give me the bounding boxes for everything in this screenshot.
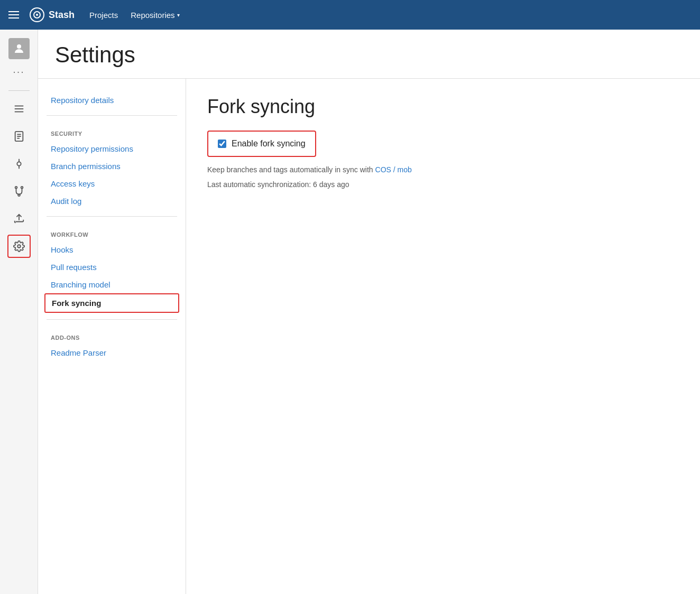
main-area: Settings Repository details SECURITY Rep… [38, 30, 700, 594]
left-sidebar: ··· [0, 30, 38, 594]
avatar[interactable] [8, 38, 30, 59]
sidebar-icon-list[interactable] [7, 97, 31, 120]
nav-fork-syncing[interactable]: Fork syncing [44, 293, 179, 313]
settings-sidebar: Repository details SECURITY Repository p… [38, 79, 186, 594]
nav-audit-log[interactable]: Audit log [38, 192, 186, 210]
nav-branch-permissions[interactable]: Branch permissions [38, 157, 186, 175]
sidebar-icon-settings[interactable] [7, 235, 31, 258]
divider-1 [47, 115, 177, 116]
fork-syncing-title: Fork syncing [207, 96, 679, 118]
sidebar-icon-commits[interactable] [7, 152, 31, 175]
main-layout: ··· [0, 30, 700, 594]
stash-logo-icon [30, 7, 44, 22]
nav-branching-model[interactable]: Branching model [38, 276, 186, 293]
page-header: Settings [38, 30, 700, 79]
sidebar-icon-fork[interactable] [7, 180, 31, 203]
nav-access-keys[interactable]: Access keys [38, 175, 186, 192]
svg-point-11 [17, 162, 21, 165]
logo-text: Stash [49, 10, 75, 21]
top-nav-links: Projects Repositories ▾ [89, 11, 180, 20]
page-title: Settings [55, 42, 683, 68]
addons-label: ADD-ONS [38, 326, 186, 344]
dropdown-arrow: ▾ [177, 12, 180, 18]
sidebar-icon-export[interactable] [7, 207, 31, 230]
top-nav: Stash Projects Repositories ▾ [0, 0, 700, 30]
projects-link[interactable]: Projects [89, 11, 118, 20]
sidebar-divider-1 [8, 90, 30, 91]
workflow-label: WORKFLOW [38, 223, 186, 241]
divider-2 [47, 216, 177, 217]
svg-point-14 [15, 187, 17, 189]
logo: Stash [30, 7, 75, 22]
nav-repo-permissions[interactable]: Repository permissions [38, 140, 186, 157]
enable-fork-syncing-label[interactable]: Enable fork syncing [232, 139, 306, 148]
hamburger-menu[interactable] [8, 11, 19, 18]
svg-point-0 [17, 44, 21, 49]
fork-sync-box: Enable fork syncing [207, 131, 316, 157]
svg-point-15 [21, 187, 23, 189]
divider-3 [47, 319, 177, 320]
sync-description: Keep branches and tags automatically in … [207, 165, 679, 174]
nav-hooks[interactable]: Hooks [38, 241, 186, 258]
nav-pull-requests[interactable]: Pull requests [38, 258, 186, 276]
content-area: Repository details SECURITY Repository p… [38, 79, 700, 594]
security-label: SECURITY [38, 122, 186, 140]
nav-repo-details[interactable]: Repository details [38, 91, 186, 109]
more-options[interactable]: ··· [13, 66, 25, 78]
repositories-dropdown[interactable]: Repositories ▾ [131, 11, 179, 20]
svg-point-19 [17, 245, 21, 248]
enable-fork-syncing-checkbox[interactable] [218, 140, 226, 148]
settings-content: Fork syncing Enable fork syncing Keep br… [186, 79, 700, 594]
sync-source-link[interactable]: COS / mob [375, 165, 412, 174]
sidebar-icon-files[interactable] [7, 125, 31, 148]
last-sync-label: Last automatic synchronization: 6 days a… [207, 180, 679, 189]
nav-readme-parser[interactable]: Readme Parser [38, 344, 186, 361]
